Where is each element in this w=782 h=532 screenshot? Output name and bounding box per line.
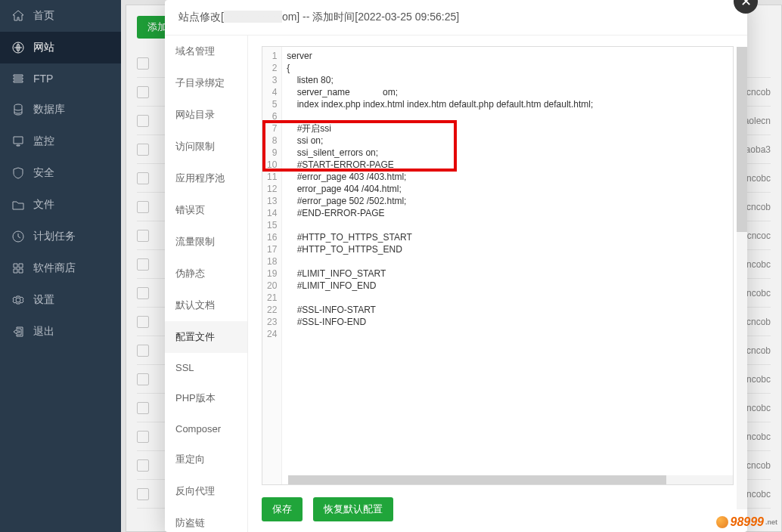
redacted-domain: xxxxxxxxxxx (224, 11, 282, 23)
modal-nav-item[interactable]: 应用程序池 (165, 162, 247, 194)
modal-nav-item[interactable]: 访问限制 (165, 131, 247, 162)
modal-nav-item[interactable]: Composer (165, 414, 247, 444)
save-button[interactable]: 保存 (262, 497, 303, 521)
modal-nav-item[interactable]: 反向代理 (165, 475, 247, 507)
modal-nav-item[interactable]: 流量限制 (165, 226, 247, 258)
modal-nav-item[interactable]: PHP版本 (165, 382, 247, 414)
modal-nav-item[interactable]: 默认文档 (165, 289, 247, 321)
modal-nav: 域名管理子目录绑定网站目录访问限制应用程序池错误页流量限制伪静态默认文档配置文件… (165, 36, 248, 532)
watermark: 98999.net (716, 515, 777, 529)
line-gutter: 123456789101112131415161718192021222324 (262, 47, 282, 484)
horizontal-scrollbar[interactable] (288, 475, 733, 484)
modal-nav-item[interactable]: SSL (165, 353, 247, 382)
modal-nav-item[interactable]: 子目录绑定 (165, 67, 247, 99)
modal-nav-item[interactable]: 网站目录 (165, 99, 247, 131)
vertical-scrollbar[interactable] (737, 47, 747, 509)
modal-nav-item[interactable]: 域名管理 (165, 36, 247, 67)
modal-nav-item[interactable]: 伪静态 (165, 258, 247, 289)
modal-nav-item[interactable]: 错误页 (165, 194, 247, 226)
modal-nav-item[interactable]: 配置文件 (165, 321, 247, 353)
config-editor[interactable]: 123456789101112131415161718192021222324 … (262, 46, 734, 485)
code-area[interactable]: server{ listen 80; server_name om; index… (282, 47, 733, 484)
watermark-icon (716, 516, 728, 528)
site-edit-modal: ✕ 站点修改[xxxxxxxxxxxom] -- 添加时间[2022-03-25… (165, 0, 747, 532)
reset-button[interactable]: 恢复默认配置 (313, 497, 393, 521)
modal-nav-item[interactable]: 防盗链 (165, 507, 247, 532)
modal-title: 站点修改[xxxxxxxxxxxom] -- 添加时间[2022-03-25 0… (165, 0, 747, 36)
modal-nav-item[interactable]: 重定向 (165, 444, 247, 475)
